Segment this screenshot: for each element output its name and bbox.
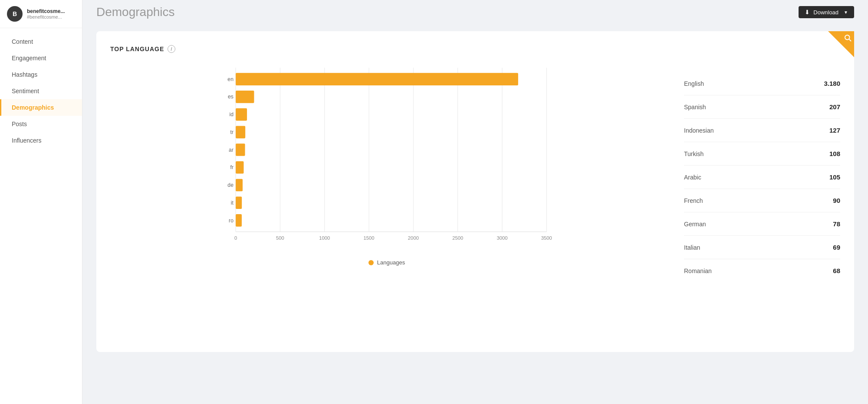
stat-row-7: Italian 69 (684, 236, 840, 259)
section-title: TOP LANGUAGE i (110, 45, 840, 53)
svg-rect-33 (236, 196, 242, 209)
chart-legend: Languages (110, 259, 663, 266)
svg-text:2000: 2000 (408, 235, 419, 241)
info-icon[interactable]: i (168, 45, 175, 53)
stat-label: Spanish (684, 104, 706, 111)
svg-text:1000: 1000 (319, 235, 330, 241)
svg-text:tr: tr (230, 129, 233, 135)
sidebar-nav: ContentEngagementHashtagsSentimentDemogr… (0, 28, 82, 154)
legend-label: Languages (377, 259, 405, 266)
bar-chart-wrapper: 0500100015002000250030003500enesidtrarfr… (110, 63, 663, 266)
stat-value: 78 (833, 220, 840, 228)
stat-row-6: German 78 (684, 212, 840, 236)
search-icon (844, 34, 852, 42)
stat-value: 108 (829, 150, 840, 157)
sidebar-item-content[interactable]: Content (0, 33, 82, 50)
svg-text:2500: 2500 (452, 235, 463, 241)
svg-text:id: id (229, 111, 233, 117)
sidebar: B benefitcosme... #benefitcosme... Conte… (0, 0, 82, 404)
chart-container: 0500100015002000250030003500enesidtrarfr… (110, 63, 840, 282)
content-area: TOP LANGUAGE i 0500100015002000250030003… (82, 24, 868, 404)
svg-rect-25 (236, 126, 245, 138)
stat-value: 68 (833, 267, 840, 274)
svg-text:en: en (227, 76, 233, 82)
svg-text:ar: ar (229, 147, 233, 153)
page-title: Demographics (96, 5, 175, 19)
svg-text:3500: 3500 (541, 235, 552, 241)
sidebar-item-influencers[interactable]: Influencers (0, 132, 82, 149)
stat-value: 3.180 (824, 80, 840, 87)
download-icon: ⬇ (805, 9, 810, 16)
svg-text:ro: ro (229, 218, 233, 224)
stat-label: Arabic (684, 174, 701, 181)
legend-dot (368, 260, 374, 265)
svg-line-1 (849, 39, 851, 41)
stat-row-3: Turkish 108 (684, 142, 840, 166)
stat-label: Indonesian (684, 127, 714, 134)
corner-decoration (828, 31, 854, 57)
svg-text:1500: 1500 (364, 235, 375, 241)
svg-text:0: 0 (234, 235, 237, 241)
stat-label: Turkish (684, 150, 704, 157)
sidebar-account: benefitcosme... #benefitcosme... (27, 8, 65, 20)
sidebar-item-hashtags[interactable]: Hashtags (0, 66, 82, 83)
svg-text:500: 500 (276, 235, 284, 241)
stat-row-1: Spanish 207 (684, 95, 840, 119)
svg-rect-21 (236, 91, 254, 103)
stat-label: Italian (684, 244, 700, 251)
sidebar-item-posts[interactable]: Posts (0, 116, 82, 132)
main-content: Demographics ⬇ Download ▼ TOP LANGUAGE i (82, 0, 868, 404)
account-name: benefitcosme... (27, 8, 65, 14)
stat-value: 127 (829, 127, 840, 134)
stat-label: German (684, 221, 706, 228)
stat-row-8: Romanian 68 (684, 259, 840, 282)
stat-label: English (684, 80, 704, 87)
demographics-card: TOP LANGUAGE i 0500100015002000250030003… (96, 31, 854, 352)
stat-value: 105 (829, 173, 840, 181)
stat-value: 207 (829, 103, 840, 111)
svg-text:it: it (231, 200, 234, 206)
svg-rect-29 (236, 161, 243, 174)
bar-chart: 0500100015002000250030003500enesidtrarfr… (110, 63, 663, 254)
stat-value: 90 (833, 197, 840, 204)
avatar: B (7, 6, 23, 22)
stat-label: French (684, 197, 703, 204)
stat-row-0: English 3.180 (684, 72, 840, 95)
caret-icon: ▼ (844, 10, 848, 15)
svg-text:de: de (227, 182, 233, 188)
stat-row-5: French 90 (684, 189, 840, 212)
svg-text:fr: fr (230, 164, 233, 170)
stat-row-4: Arabic 105 (684, 166, 840, 189)
svg-rect-19 (236, 73, 518, 85)
stat-value: 69 (833, 244, 840, 251)
download-button[interactable]: ⬇ Download ▼ (799, 6, 854, 18)
svg-text:3000: 3000 (497, 235, 508, 241)
sidebar-item-demographics[interactable]: Demographics (0, 99, 82, 116)
svg-rect-27 (236, 143, 245, 156)
sidebar-item-engagement[interactable]: Engagement (0, 50, 82, 66)
svg-rect-31 (236, 179, 243, 192)
stat-row-2: Indonesian 127 (684, 119, 840, 142)
account-handle: #benefitcosme... (27, 14, 65, 20)
stats-panel: English 3.180 Spanish 207 Indonesian 127… (684, 63, 840, 282)
sidebar-item-sentiment[interactable]: Sentiment (0, 83, 82, 99)
svg-rect-35 (236, 214, 242, 227)
sidebar-header: B benefitcosme... #benefitcosme... (0, 0, 82, 28)
svg-text:es: es (228, 94, 233, 100)
topbar: Demographics ⬇ Download ▼ (82, 0, 868, 24)
svg-rect-23 (236, 108, 247, 121)
stat-label: Romanian (684, 267, 712, 274)
